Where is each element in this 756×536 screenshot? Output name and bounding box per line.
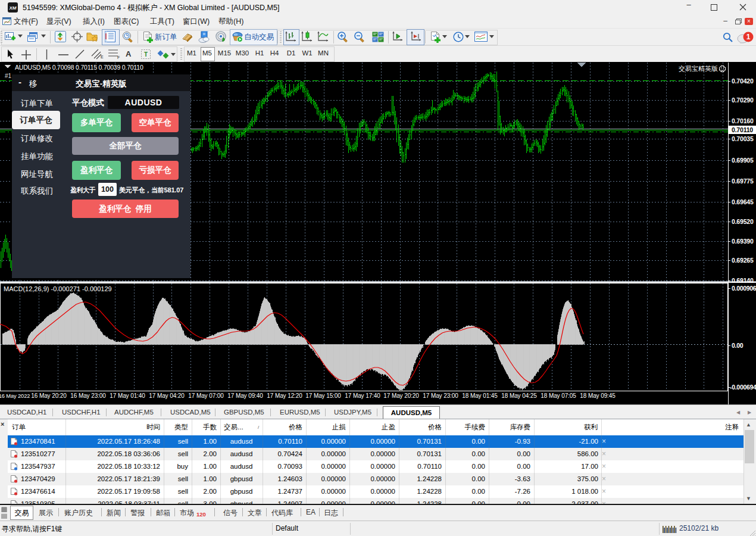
svg-text:0.70420: 0.70420 xyxy=(732,77,754,85)
svg-text:1: 1 xyxy=(746,33,751,41)
svg-text:0.70110: 0.70110 xyxy=(732,126,753,133)
svg-text:17 May 23:00: 17 May 23:00 xyxy=(423,392,458,399)
svg-text:0.69390: 0.69390 xyxy=(732,238,754,245)
svg-text:0.70035: 0.70035 xyxy=(732,135,754,142)
svg-text:0.70290: 0.70290 xyxy=(732,96,754,104)
svg-text:0.00: 0.00 xyxy=(732,342,743,349)
svg-text:0.000906: 0.000906 xyxy=(732,285,756,292)
svg-text:16 May 20:20: 16 May 20:20 xyxy=(31,392,67,399)
svg-text:MACD(12,26,9) -0.000271 -0.000: MACD(12,26,9) -0.000271 -0.000129 xyxy=(4,285,112,292)
svg-text:0.69905: 0.69905 xyxy=(732,157,754,164)
svg-text:AUDUSD,M5 0.70098 0.70115 0.7: AUDUSD,M5 0.70098 0.70115 0.70039 0.7011… xyxy=(15,64,143,71)
svg-text:#1: #1 xyxy=(5,73,12,79)
svg-text:0.69140: 0.69140 xyxy=(732,277,754,284)
svg-text:16 May 23:00: 16 May 23:00 xyxy=(70,392,106,399)
svg-text:XM: XM xyxy=(9,5,17,11)
svg-text:17 May 12:20: 17 May 12:20 xyxy=(267,392,302,399)
svg-text:17 May 07:00: 17 May 07:00 xyxy=(188,392,224,399)
svg-text:0.69265: 0.69265 xyxy=(732,257,754,264)
svg-text:E: E xyxy=(101,55,104,59)
svg-text:0.69645: 0.69645 xyxy=(732,198,754,205)
svg-text:18 May 01:45: 18 May 01:45 xyxy=(462,392,498,399)
svg-text:18 May 09:45: 18 May 09:45 xyxy=(580,392,616,399)
svg-text:0.70160: 0.70160 xyxy=(732,117,754,124)
svg-text:0.69775: 0.69775 xyxy=(732,177,754,185)
svg-text:0.69520: 0.69520 xyxy=(732,218,754,225)
svg-text:T: T xyxy=(144,51,148,58)
svg-text:F: F xyxy=(117,55,120,60)
svg-text:18 May 07:05: 18 May 07:05 xyxy=(541,392,576,399)
svg-text:17 May 01:40: 17 May 01:40 xyxy=(110,392,145,399)
svg-text:18 May 04:25: 18 May 04:25 xyxy=(501,392,537,399)
svg-text:-0.000694: -0.000694 xyxy=(730,384,756,391)
svg-text:17 May 15:00: 17 May 15:00 xyxy=(305,392,341,399)
svg-text:17 May 04:20: 17 May 04:20 xyxy=(149,392,185,399)
svg-text:17 May 09:40: 17 May 09:40 xyxy=(227,392,263,399)
svg-text:16 May 2022: 16 May 2022 xyxy=(0,393,30,399)
svg-text:17 May 20:20: 17 May 20:20 xyxy=(383,392,419,399)
svg-text:17 May 17:40: 17 May 17:40 xyxy=(345,392,380,399)
svg-text:交易宝精英版: 交易宝精英版 xyxy=(679,65,718,72)
